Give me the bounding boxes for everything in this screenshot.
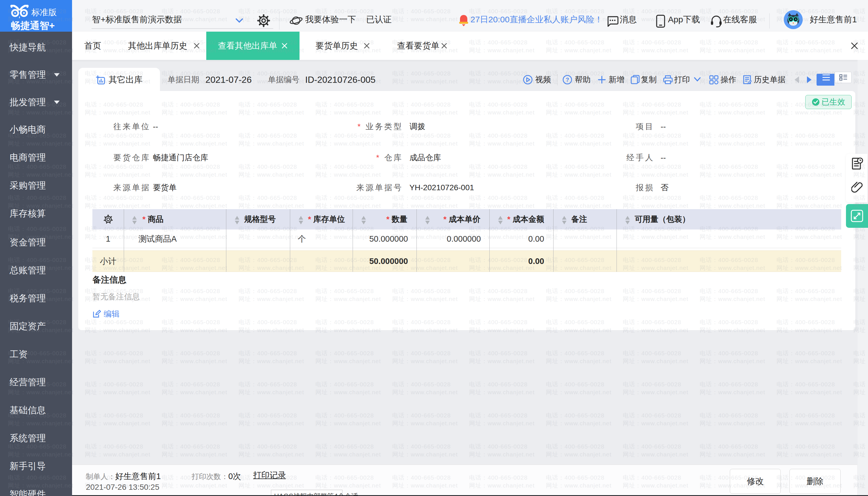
svg-text:?: ? [566, 77, 569, 83]
